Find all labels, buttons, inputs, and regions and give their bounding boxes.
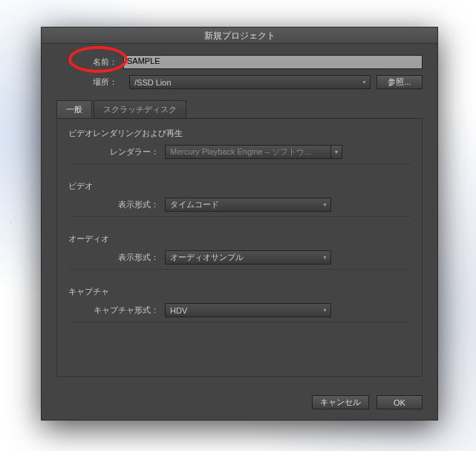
location-value: /SSD Lion <box>134 78 172 87</box>
dialog-footer: キャンセル OK <box>312 395 423 409</box>
cancel-button-label: キャンセル <box>320 397 361 408</box>
group-audio: オーディオ 表示形式： オーディオサンプル <box>68 233 411 270</box>
capture-format-row: キャプチャ形式： HDV <box>68 303 411 317</box>
audio-format-row: 表示形式： オーディオサンプル <box>68 250 411 265</box>
group-video-title: ビデオ <box>68 181 411 192</box>
video-format-value: タイムコード <box>170 199 219 210</box>
divider <box>68 163 411 164</box>
renderer-label: レンダラー： <box>68 146 165 158</box>
cancel-button[interactable]: キャンセル <box>312 395 369 409</box>
chevron-down-icon: ▼ <box>330 145 342 159</box>
ok-button-label: OK <box>394 398 405 407</box>
capture-format-dropdown[interactable]: HDV <box>165 303 331 317</box>
video-format-row: 表示形式： タイムコード <box>68 198 411 212</box>
location-dropdown[interactable]: /SSD Lion <box>129 75 371 89</box>
group-audio-title: オーディオ <box>68 233 411 244</box>
location-label: 場所： <box>56 77 123 88</box>
group-video: ビデオ 表示形式： タイムコード <box>68 181 411 217</box>
tab-scratch-disks[interactable]: スクラッチディスク <box>94 100 186 118</box>
name-row: 名前： SAMPLE <box>56 55 423 69</box>
renderer-row: レンダラー： Mercury Playback Engine – ソフトウ...… <box>68 145 411 159</box>
general-panel: ビデオレンダリングおよび再生 レンダラー： Mercury Playback E… <box>56 119 423 377</box>
group-rendering: ビデオレンダリングおよび再生 レンダラー： Mercury Playback E… <box>68 128 411 164</box>
group-capture-title: キャプチャ <box>68 286 411 297</box>
audio-format-label: 表示形式： <box>68 252 165 263</box>
browse-button[interactable]: 参照... <box>376 75 423 89</box>
tab-general-label: 一般 <box>66 105 82 114</box>
divider <box>68 216 411 217</box>
divider <box>68 269 411 270</box>
capture-format-value: HDV <box>170 306 187 315</box>
video-format-label: 表示形式： <box>68 199 165 210</box>
browse-button-label: 参照... <box>388 77 411 88</box>
group-capture: キャプチャ キャプチャ形式： HDV <box>68 286 411 322</box>
divider <box>68 322 411 322</box>
dialog-title: 新規プロジェクト <box>204 30 276 41</box>
location-row: 場所： /SSD Lion 参照... <box>56 75 423 89</box>
tab-scratch-label: スクラッチディスク <box>103 105 177 114</box>
renderer-dropdown: Mercury Playback Engine – ソフトウ... <box>165 145 331 159</box>
ok-button[interactable]: OK <box>376 395 423 409</box>
name-label: 名前： <box>56 56 123 68</box>
renderer-value: Mercury Playback Engine – ソフトウ... <box>170 146 311 158</box>
video-format-dropdown[interactable]: タイムコード <box>165 198 331 212</box>
dialog-titlebar: 新規プロジェクト <box>42 27 437 44</box>
name-input[interactable]: SAMPLE <box>123 55 423 69</box>
name-value: SAMPLE <box>127 56 160 65</box>
tabs: 一般 スクラッチディスク <box>56 100 423 119</box>
tab-general[interactable]: 一般 <box>56 100 92 118</box>
group-rendering-title: ビデオレンダリングおよび再生 <box>68 128 411 139</box>
dialog-content: 名前： SAMPLE 場所： /SSD Lion 参照... 一般 スクラッチデ… <box>42 44 437 414</box>
new-project-dialog: 新規プロジェクト 名前： SAMPLE 場所： /SSD Lion 参照... … <box>41 27 438 421</box>
audio-format-dropdown[interactable]: オーディオサンプル <box>165 250 331 265</box>
capture-format-label: キャプチャ形式： <box>68 305 165 316</box>
audio-format-value: オーディオサンプル <box>170 252 244 263</box>
